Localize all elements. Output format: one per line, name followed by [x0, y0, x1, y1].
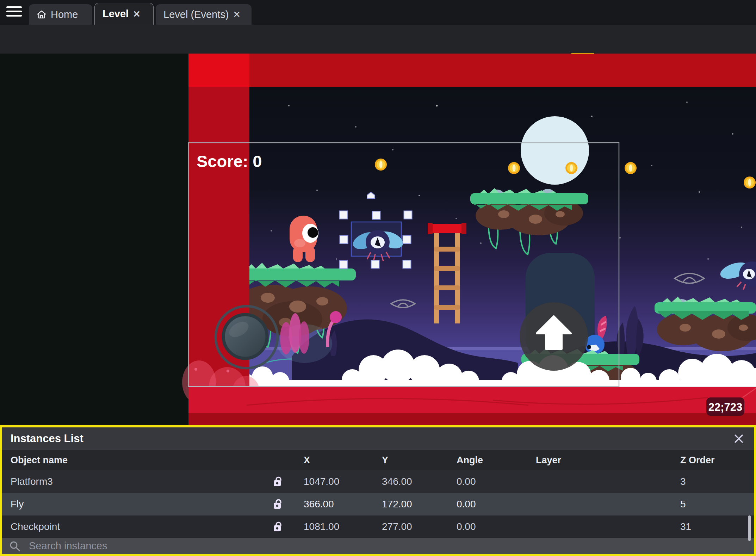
joystick-control[interactable]: [216, 306, 278, 368]
col-object-name: Object name: [2, 455, 261, 466]
instances-table-header: Object name X Y Angle Layer Z Order: [2, 450, 754, 470]
cell-angle[interactable]: 0.00: [446, 521, 525, 532]
close-icon[interactable]: [733, 433, 744, 444]
cell-angle[interactable]: 0.00: [446, 499, 525, 510]
unlock-icon[interactable]: [261, 521, 293, 533]
cell-object-name: Fly: [2, 499, 261, 510]
table-row-checkpoint[interactable]: Checkpoint 1081.00 277.00 0.00 31: [2, 515, 754, 538]
cell-x[interactable]: 1081.00: [293, 521, 371, 532]
cell-y[interactable]: 346.00: [371, 476, 446, 487]
search-input[interactable]: [29, 540, 754, 552]
col-y: Y: [371, 455, 446, 466]
col-z-order: Z Order: [670, 455, 754, 466]
cell-y[interactable]: 172.00: [371, 499, 446, 510]
cell-y[interactable]: 277.00: [371, 521, 446, 532]
unlock-icon[interactable]: [261, 498, 293, 510]
fly-instance-selected[interactable]: [351, 222, 405, 261]
tab-level-label: Level: [103, 8, 129, 20]
scrollbar-thumb[interactable]: [748, 515, 751, 541]
menu-hamburger-icon[interactable]: [6, 6, 22, 18]
cell-x[interactable]: 1047.00: [293, 476, 371, 487]
cell-z-order[interactable]: 31: [670, 521, 754, 532]
instances-panel-titlebar: Instances List: [2, 427, 754, 450]
table-row-fly-selected[interactable]: Fly 366.00 172.00 0.00 5: [2, 493, 754, 515]
cell-angle[interactable]: 0.00: [446, 476, 525, 487]
tab-home[interactable]: Home: [29, 4, 92, 25]
search-bar: [2, 538, 754, 554]
cell-x[interactable]: 366.00: [293, 499, 371, 510]
jump-button[interactable]: [520, 302, 588, 371]
svg-text:22;723: 22;723: [708, 401, 743, 413]
scene-bottom-red: [188, 387, 756, 425]
cell-z-order[interactable]: 3: [670, 476, 754, 487]
tab-level[interactable]: Level ✕: [94, 3, 154, 25]
scene-canvas[interactable]: Score: 0: [0, 54, 756, 425]
search-icon: [9, 540, 20, 552]
cell-object-name: Platform3: [2, 476, 261, 487]
tab-level-events-close-icon[interactable]: ✕: [233, 10, 241, 19]
cell-object-name: Checkpoint: [2, 521, 261, 532]
table-row-platform3[interactable]: Platform3 1047.00 346.00 0.00 3: [2, 470, 754, 493]
home-icon: [37, 10, 47, 19]
score-label: Score: 0: [197, 152, 262, 171]
top-tab-bar: Home Level ✕ Level (Events) ✕: [0, 0, 756, 25]
cell-z-order[interactable]: 5: [670, 499, 754, 510]
tab-level-close-icon[interactable]: ✕: [133, 10, 141, 19]
instances-panel-title: Instances List: [11, 432, 83, 445]
col-layer: Layer: [525, 455, 670, 466]
instances-panel: Instances List Object name X Y Angle Lay…: [0, 425, 756, 556]
tab-level-events-label: Level (Events): [163, 9, 229, 20]
tab-home-label: Home: [51, 9, 78, 20]
unlock-icon[interactable]: [261, 476, 293, 488]
tab-level-events[interactable]: Level (Events) ✕: [156, 4, 252, 25]
col-angle: Angle: [446, 455, 525, 466]
editor-toolbar: Preview Publish: [0, 25, 756, 54]
moon: [521, 116, 589, 185]
col-x: X: [293, 455, 371, 466]
